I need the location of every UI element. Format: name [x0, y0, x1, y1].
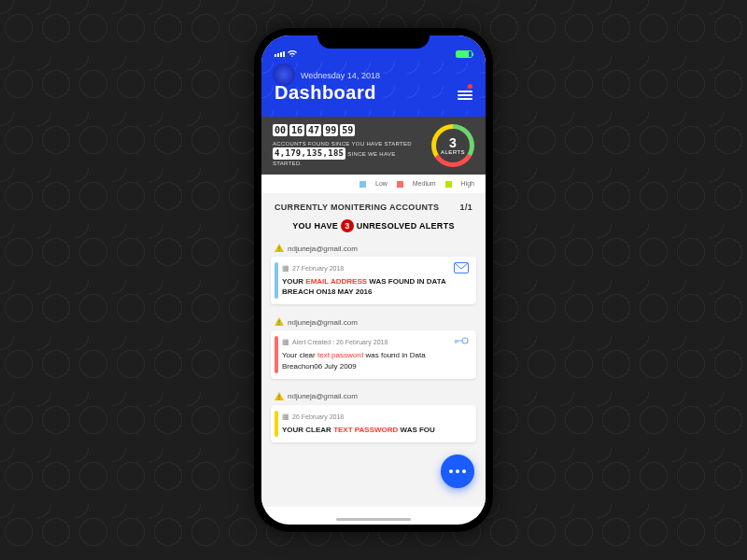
legend: Low Medium High	[261, 175, 486, 193]
severity-bar	[275, 262, 278, 299]
digit: 16	[289, 124, 304, 136]
medium-swatch	[397, 181, 403, 188]
card-date: ▦ 27 February 2018	[282, 264, 467, 273]
alerts-label: ALERTS	[441, 149, 465, 155]
key-icon	[454, 336, 469, 345]
digit: 99	[323, 124, 338, 136]
home-indicator[interactable]	[336, 518, 411, 521]
alert-card[interactable]: ▦ Alert Created : 26 February 2018 Your …	[271, 330, 476, 378]
counter-bignum: 4,179,135,185	[273, 147, 345, 160]
monitoring-count: 1/1	[460, 203, 472, 212]
severity-bar	[275, 411, 278, 437]
phone-frame: Wednesday 14, 2018 Dashboard 00 16 47 99…	[254, 28, 493, 532]
avatar[interactable]	[273, 63, 295, 86]
menu-icon[interactable]	[458, 89, 472, 102]
alert-card[interactable]: ▦ 26 February 2018 YOUR CLEAR TEXT PASSW…	[271, 405, 476, 442]
alert-card[interactable]: ▦ 27 February 2018 YOUR EMAIL ADDRESS WA…	[271, 257, 476, 304]
severity-bar	[275, 336, 278, 372]
phone-notch	[317, 28, 430, 49]
signal-icon	[275, 51, 285, 57]
svg-rect-4	[278, 324, 279, 325]
calendar-icon: ▦	[282, 338, 289, 346]
page-title: Dashboard	[275, 82, 472, 104]
wifi-icon	[288, 50, 297, 58]
content-body: CURRENTLY MONITERING ACCOUNTS 1/1 YOU HA…	[261, 193, 486, 507]
phone-screen: Wednesday 14, 2018 Dashboard 00 16 47 99…	[261, 35, 486, 525]
header-date: Wednesday 14, 2018	[301, 71, 472, 80]
app-header: Wednesday 14, 2018 Dashboard	[261, 62, 486, 117]
calendar-icon: ▦	[282, 264, 289, 273]
counter-line1: ACCOUNTS FOUND SINCE YOU HAVE STARTED	[273, 140, 422, 147]
card-msg: YOUR CLEAR TEXT PASSWORD WAS FOU	[282, 425, 467, 435]
warning-icon	[275, 317, 284, 327]
svg-rect-6	[278, 395, 279, 398]
digit: 47	[306, 124, 321, 136]
account-label: ndjuneja@gmail.com	[261, 314, 486, 330]
card-msg: Your clear text password was found in Da…	[282, 350, 467, 371]
low-swatch	[359, 181, 366, 188]
counter-section: 00 16 47 99 59 ACCOUNTS FOUND SINCE YOU …	[261, 117, 486, 175]
fab-more-button[interactable]	[441, 455, 474, 488]
digit: 59	[340, 124, 355, 136]
alerts-count: 3	[441, 136, 465, 149]
svg-rect-3	[278, 320, 279, 323]
high-swatch	[445, 181, 452, 188]
account-label: ndjuneja@gmail.com	[261, 388, 486, 405]
warning-icon	[275, 392, 284, 401]
digit: 00	[273, 124, 288, 136]
svg-rect-7	[278, 399, 279, 399]
account-label: ndjuneja@gmail.com	[261, 240, 486, 257]
unresolved-count: 3	[341, 219, 354, 232]
mail-icon	[454, 262, 469, 273]
unresolved-alerts: YOU HAVE 3 UNRESOLVED ALERTS	[261, 219, 486, 232]
card-msg: YOUR EMAIL ADDRESS WAS FOUND IN DATA BRE…	[282, 276, 467, 297]
warning-icon	[275, 244, 284, 253]
svg-point-5	[462, 338, 468, 343]
calendar-icon: ▦	[282, 413, 289, 421]
alerts-ring[interactable]: 3 ALERTS	[431, 124, 474, 167]
card-date: ▦ Alert Created : 26 February 2018	[282, 338, 467, 346]
svg-rect-0	[278, 246, 279, 249]
card-date: ▦ 26 February 2018	[282, 413, 467, 421]
monitoring-label: CURRENTLY MONITERING ACCOUNTS	[275, 203, 439, 212]
counter-digits: 00 16 47 99 59	[273, 124, 422, 136]
svg-rect-1	[278, 250, 279, 251]
battery-icon	[456, 50, 472, 58]
